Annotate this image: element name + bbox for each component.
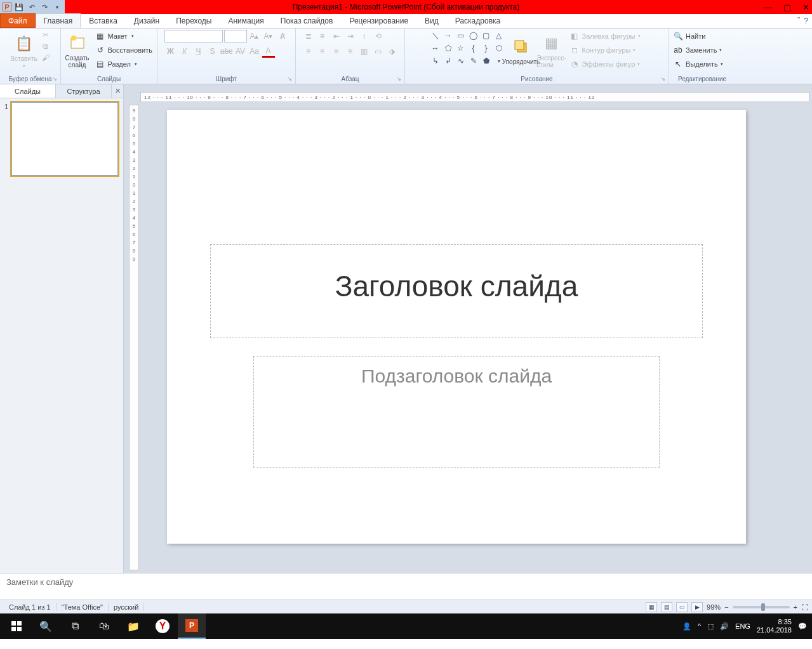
reset-button[interactable]: ↺Восстановить [94, 44, 155, 56]
line-spacing-icon[interactable]: ↕ [358, 30, 371, 43]
smartart-icon[interactable]: ⬗ [386, 45, 399, 58]
strikethrough-icon[interactable]: abc [220, 45, 233, 58]
shape-connector1-icon[interactable]: ↳ [430, 55, 441, 67]
clock[interactable]: 8:35 21.04.2018 [757, 618, 792, 634]
notifications-icon[interactable]: 💬 [798, 622, 807, 631]
tray-up-icon[interactable]: ^ [698, 622, 701, 630]
minimize-button[interactable]: — [764, 3, 772, 12]
quick-styles-button[interactable]: ▦ Экспресс-стили [538, 30, 566, 72]
bullets-icon[interactable]: ≣ [302, 30, 315, 43]
shape-arrow-icon[interactable]: → [443, 30, 454, 41]
shape-effects-button[interactable]: ◔Эффекты фигур▾ [568, 58, 644, 70]
shape-oval-icon[interactable]: ◯ [468, 30, 479, 41]
shape-doublearrow-icon[interactable]: ↔ [430, 43, 441, 54]
numbering-icon[interactable]: ≡ [316, 30, 329, 43]
shape-brace-icon[interactable]: { [468, 43, 479, 54]
status-language[interactable]: русский [109, 603, 144, 611]
tab-animation[interactable]: Анимация [220, 13, 272, 28]
copy-icon[interactable]: ⧉ [41, 41, 51, 51]
paste-button[interactable]: 📋 Вставить ▾ [10, 30, 38, 72]
redo-icon[interactable]: ↷ [39, 2, 50, 12]
slideshow-view-icon[interactable]: ▶ [691, 602, 703, 612]
shape-curve-icon[interactable]: ∿ [455, 55, 467, 67]
normal-view-icon[interactable]: ▦ [646, 602, 657, 612]
drawing-launcher-icon[interactable]: ↘ [661, 76, 667, 82]
maximize-button[interactable]: ▢ [783, 3, 791, 12]
shape-rrect-icon[interactable]: ▢ [481, 30, 492, 41]
tab-slideshow[interactable]: Показ слайдов [272, 13, 342, 28]
layout-button[interactable]: ▦Макет ▾ [94, 30, 155, 43]
shape-more2-icon[interactable]: ⬟ [481, 55, 492, 67]
title-placeholder[interactable]: Заголовок слайда [210, 244, 703, 338]
reading-view-icon[interactable]: ▭ [676, 602, 688, 612]
tab-transitions[interactable]: Переходы [168, 13, 220, 28]
font-size-select[interactable] [224, 30, 247, 43]
shape-line-icon[interactable]: ＼ [430, 30, 441, 41]
indent-inc-icon[interactable]: ⇥ [344, 30, 357, 43]
tab-insert[interactable]: Вставка [81, 13, 126, 28]
section-button[interactable]: ▤Раздел ▾ [94, 58, 155, 70]
font-color-icon[interactable]: A [262, 45, 275, 58]
shape-callout-icon[interactable]: ⬠ [443, 43, 454, 54]
tab-home[interactable]: Главная [36, 13, 81, 28]
zoom-out-icon[interactable]: − [724, 603, 728, 611]
store-icon[interactable]: 🛍 [90, 613, 118, 639]
notes-pane[interactable]: Заметки к слайду [0, 573, 812, 600]
select-button[interactable]: ↖Выделить▾ [672, 58, 733, 70]
qat-more-icon[interactable]: ▾ [52, 2, 62, 12]
shrink-font-icon[interactable]: A▾ [262, 30, 275, 43]
tab-slides-thumb[interactable]: Слайды [0, 84, 56, 98]
help-icon[interactable]: ? [804, 16, 808, 25]
undo-icon[interactable]: ↶ [27, 2, 37, 12]
change-case-icon[interactable]: Aa [248, 45, 261, 58]
shape-freeform-icon[interactable]: ✎ [468, 55, 479, 67]
columns-icon[interactable]: ▥ [358, 45, 371, 58]
align-text-icon[interactable]: ▭ [372, 45, 385, 58]
task-view-icon[interactable]: ⧉ [61, 613, 89, 639]
tab-review[interactable]: Рецензирование [341, 13, 416, 28]
bold-icon[interactable]: Ж [164, 45, 177, 58]
shape-rect-icon[interactable]: ▭ [455, 30, 467, 41]
italic-icon[interactable]: К [178, 45, 191, 58]
char-spacing-icon[interactable]: AV [234, 45, 247, 58]
close-button[interactable]: ✕ [802, 3, 809, 12]
slide-thumbnail-1[interactable]: 1 [11, 102, 118, 176]
tab-outline[interactable]: Структура [56, 84, 112, 98]
align-left-icon[interactable]: ≡ [302, 45, 315, 58]
shape-star-icon[interactable]: ☆ [455, 43, 467, 54]
shapes-gallery[interactable]: ＼ → ▭ ◯ ▢ △ ↔ ⬠ ☆ { } ⬡ ↳ ↲ ∿ ✎ ⬟ ▾ [430, 30, 505, 67]
cut-icon[interactable]: ✂ [41, 30, 51, 40]
shape-more1-icon[interactable]: ⬡ [493, 43, 505, 54]
powerpoint-taskbar-icon[interactable]: P [178, 613, 206, 639]
zoom-slider[interactable] [733, 606, 790, 608]
tab-design[interactable]: Дизайн [126, 13, 168, 28]
volume-icon[interactable]: 🔊 [720, 622, 729, 631]
grow-font-icon[interactable]: A▴ [248, 30, 261, 43]
tab-file[interactable]: Файл [0, 13, 36, 28]
indent-dec-icon[interactable]: ⇤ [330, 30, 343, 43]
input-lang[interactable]: ENG [735, 622, 750, 630]
slide-canvas[interactable]: Заголовок слайда Подзаголовок слайда [167, 110, 746, 544]
save-icon[interactable]: 💾 [14, 2, 24, 12]
align-right-icon[interactable]: ≡ [330, 45, 343, 58]
tab-view[interactable]: Вид [416, 13, 447, 28]
underline-icon[interactable]: Ч [192, 45, 205, 58]
shape-connector2-icon[interactable]: ↲ [443, 55, 454, 67]
subtitle-placeholder[interactable]: Подзаголовок слайда [253, 356, 660, 468]
search-icon[interactable]: 🔍 [32, 613, 60, 639]
clear-format-icon[interactable]: A̷ [276, 30, 289, 43]
start-button[interactable] [3, 613, 30, 639]
ribbon-collapse-icon[interactable]: ˇ [797, 16, 800, 25]
justify-icon[interactable]: ≡ [344, 45, 357, 58]
network-icon[interactable]: ⬚ [707, 622, 714, 631]
replace-button[interactable]: abЗаменить▾ [672, 44, 733, 56]
new-slide-button[interactable]: Создать слайд [63, 30, 91, 72]
shadow-icon[interactable]: S [206, 45, 219, 58]
font-launcher-icon[interactable]: ↘ [288, 76, 294, 82]
sorter-view-icon[interactable]: ▤ [661, 602, 672, 612]
zoom-in-icon[interactable]: + [794, 603, 797, 611]
align-center-icon[interactable]: ≡ [316, 45, 329, 58]
yandex-icon[interactable]: Y [149, 613, 176, 639]
format-painter-icon[interactable]: 🖌 [41, 53, 51, 63]
clipboard-launcher-icon[interactable]: ↘ [53, 76, 59, 82]
